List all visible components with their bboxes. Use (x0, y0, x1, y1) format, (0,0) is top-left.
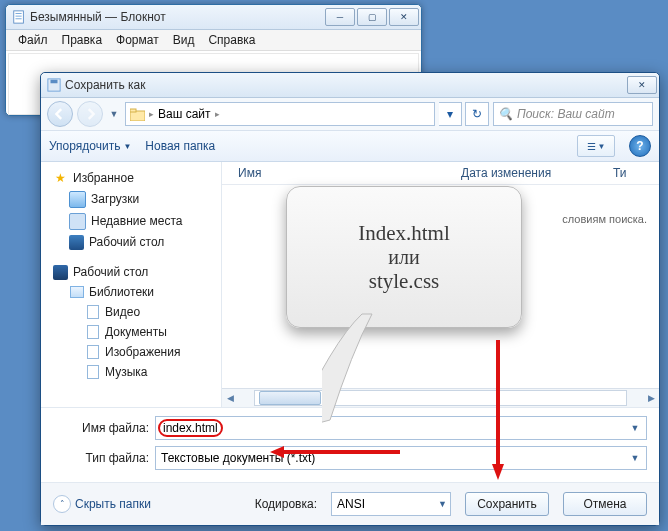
star-icon: ★ (53, 171, 68, 186)
notepad-menubar: Файл Правка Формат Вид Справка (6, 30, 421, 51)
tree-recent[interactable]: Недавние места (45, 210, 217, 232)
notepad-titlebar[interactable]: Безымянный — Блокнот ─ ▢ ✕ (6, 5, 421, 30)
hide-folders-link[interactable]: ˄ Скрыть папки (53, 495, 151, 513)
forward-button[interactable] (77, 101, 103, 127)
tree-downloads[interactable]: Загрузки (45, 188, 217, 210)
empty-message: словиям поиска. (562, 213, 647, 225)
breadcrumb-sep2: ▸ (215, 109, 220, 119)
desktop-icon (69, 235, 84, 250)
menu-file[interactable]: Файл (12, 31, 54, 49)
nav-history-dropdown[interactable]: ▼ (107, 109, 121, 119)
filename-label: Имя файла: (53, 421, 155, 435)
toolbar: Упорядочить▼ Новая папка ☰ ▼ ? (41, 131, 659, 162)
filetype-select[interactable]: Текстовые документы (*.txt) ▼ (155, 446, 647, 470)
chevron-up-icon: ˄ (53, 495, 71, 513)
save-button[interactable]: Сохранить (465, 492, 549, 516)
callout-line3: style.css (369, 269, 440, 294)
menu-view[interactable]: Вид (167, 31, 201, 49)
help-button[interactable]: ? (629, 135, 651, 157)
close-button[interactable]: ✕ (389, 8, 419, 26)
breadcrumb-sep: ▸ (149, 109, 154, 119)
tree-music[interactable]: Музыка (45, 362, 217, 382)
chevron-down-icon[interactable]: ▼ (438, 499, 447, 509)
callout-bubble: Index.html или style.css (286, 186, 522, 328)
view-button[interactable]: ☰ ▼ (577, 135, 615, 157)
col-date[interactable]: Дата изменения (455, 166, 607, 180)
refresh-button[interactable]: ↻ (465, 102, 489, 126)
button-row: ˄ Скрыть папки Кодировка: ANSI ▼ Сохрани… (41, 482, 659, 525)
dialog-close-button[interactable]: ✕ (627, 76, 657, 94)
breadcrumb-folder[interactable]: Ваш сайт (158, 107, 211, 121)
filetype-label: Тип файла: (53, 451, 155, 465)
video-icon (85, 305, 100, 320)
monitor-icon (53, 265, 68, 280)
tree-favorites[interactable]: ★Избранное (45, 168, 217, 188)
minimize-button[interactable]: ─ (325, 8, 355, 26)
tree-documents[interactable]: Документы (45, 322, 217, 342)
tree-pictures[interactable]: Изображения (45, 342, 217, 362)
address-dropdown[interactable]: ▾ (439, 102, 462, 126)
documents-icon (85, 325, 100, 340)
filename-value: index.html (158, 419, 223, 437)
menu-format[interactable]: Формат (110, 31, 165, 49)
pictures-icon (85, 345, 100, 360)
notepad-title: Безымянный — Блокнот (30, 10, 325, 24)
chevron-down-icon[interactable]: ▼ (627, 450, 643, 466)
organize-button[interactable]: Упорядочить▼ (49, 139, 131, 153)
list-header: Имя Дата изменения Ти (222, 162, 659, 185)
nav-row: ▼ ▸ Ваш сайт ▸ ▾ ↻ 🔍 Поиск: Ваш сайт (41, 98, 659, 131)
search-icon: 🔍 (498, 107, 513, 121)
dialog-title: Сохранить как (65, 78, 627, 92)
callout-line1: Index.html (358, 221, 450, 246)
menu-help[interactable]: Справка (202, 31, 261, 49)
recent-icon (69, 213, 86, 230)
tree-desktop-root[interactable]: Рабочий стол (45, 262, 217, 282)
col-type[interactable]: Ти (607, 166, 659, 180)
filetype-value: Текстовые документы (*.txt) (161, 451, 315, 465)
address-bar[interactable]: ▸ Ваш сайт ▸ (125, 102, 435, 126)
back-button[interactable] (47, 101, 73, 127)
tree-videos[interactable]: Видео (45, 302, 217, 322)
horizontal-scrollbar[interactable]: ◀ ▶ (222, 388, 659, 407)
tree-libraries[interactable]: Библиотеки (45, 282, 217, 302)
music-icon (85, 365, 100, 380)
encoding-label: Кодировка: (255, 497, 317, 511)
dialog-titlebar[interactable]: Сохранить как ✕ (41, 73, 659, 98)
svg-rect-0 (14, 11, 24, 23)
downloads-icon (69, 191, 86, 208)
folder-tree: ★Избранное Загрузки Недавние места Рабоч… (41, 162, 222, 407)
tree-desktop[interactable]: Рабочий стол (45, 232, 217, 252)
filename-input[interactable]: index.html ▼ (155, 416, 647, 440)
chevron-down-icon[interactable]: ▼ (627, 420, 643, 436)
cancel-button[interactable]: Отмена (563, 492, 647, 516)
encoding-value: ANSI (337, 497, 365, 511)
menu-edit[interactable]: Правка (56, 31, 109, 49)
save-icon (47, 78, 61, 92)
encoding-select[interactable]: ANSI ▼ (331, 492, 451, 516)
col-name[interactable]: Имя (232, 166, 455, 180)
search-input[interactable]: 🔍 Поиск: Ваш сайт (493, 102, 653, 126)
svg-rect-5 (51, 80, 58, 84)
maximize-button[interactable]: ▢ (357, 8, 387, 26)
callout-line2: или (388, 246, 419, 269)
folder-icon (130, 108, 145, 121)
scrollbar-thumb[interactable] (259, 391, 321, 405)
new-folder-button[interactable]: Новая папка (145, 139, 215, 153)
svg-rect-7 (130, 109, 136, 112)
search-placeholder: Поиск: Ваш сайт (517, 107, 615, 121)
libraries-icon (69, 285, 84, 300)
notepad-icon (12, 10, 26, 24)
